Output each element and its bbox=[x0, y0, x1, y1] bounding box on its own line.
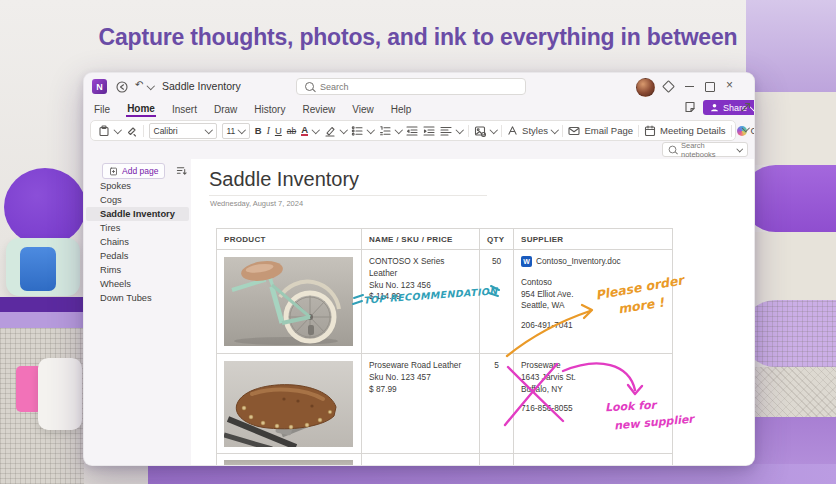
divider bbox=[501, 125, 502, 137]
menu-review[interactable]: Review bbox=[301, 102, 336, 117]
underline-button[interactable]: U bbox=[275, 125, 282, 136]
column-header-name-sku-price: NAME / SKU / PRICE bbox=[362, 229, 480, 250]
bike-photo bbox=[224, 257, 353, 346]
menu-help[interactable]: Help bbox=[390, 102, 413, 117]
format-painter-icon[interactable] bbox=[126, 125, 138, 137]
add-page-button[interactable]: Add page bbox=[102, 163, 165, 179]
minimize-button[interactable] bbox=[685, 86, 694, 87]
undo-icon[interactable]: ↶ bbox=[135, 79, 143, 90]
page-canvas[interactable]: Saddle Inventory Wednesday, August 7, 20… bbox=[191, 159, 754, 465]
menu-insert[interactable]: Insert bbox=[171, 102, 198, 117]
search-icon bbox=[669, 146, 677, 154]
notebook-search-input[interactable]: Search notebooks bbox=[662, 142, 748, 157]
numbered-list-icon[interactable] bbox=[379, 125, 391, 137]
styles-pen-icon bbox=[507, 125, 518, 136]
menu-history[interactable]: History bbox=[253, 102, 286, 117]
divider bbox=[638, 125, 639, 137]
envelope-icon bbox=[568, 125, 580, 137]
align-icon[interactable] bbox=[440, 125, 452, 137]
search-icon bbox=[305, 82, 314, 91]
divider bbox=[731, 125, 732, 137]
email-page-button[interactable]: Email Page bbox=[568, 125, 633, 137]
close-button[interactable]: × bbox=[726, 80, 733, 90]
meeting-details-button[interactable]: Meeting Details bbox=[644, 125, 725, 137]
decor-right-band-beige2 bbox=[746, 232, 836, 300]
maximize-button[interactable] bbox=[705, 82, 715, 92]
top-search-input[interactable]: Search bbox=[296, 78, 526, 95]
onenote-window: N ↶ Saddle Inventory Search × File Home … bbox=[83, 72, 755, 466]
supplier-cell: Proseware 1643 Jarvis St. Buffalo, NY 71… bbox=[514, 354, 672, 454]
send-share-icon[interactable] bbox=[740, 101, 752, 113]
sidebar-item-chains[interactable]: Chains bbox=[86, 235, 189, 249]
bullet-chevron-icon[interactable] bbox=[367, 126, 375, 134]
undo-chevron-icon[interactable] bbox=[147, 82, 155, 90]
font-color-button[interactable]: A bbox=[301, 125, 308, 136]
sidebar-item-wheels[interactable]: Wheels bbox=[86, 277, 189, 291]
column-header-product: PRODUCT bbox=[217, 229, 362, 250]
qty-cell: 5 bbox=[480, 354, 514, 454]
paste-icon[interactable] bbox=[98, 125, 110, 137]
menu-view[interactable]: View bbox=[351, 102, 375, 117]
divider bbox=[562, 125, 563, 137]
italic-button[interactable]: I bbox=[267, 126, 270, 136]
size-chevron-icon bbox=[238, 126, 246, 134]
strikethrough-button[interactable]: ab bbox=[287, 126, 296, 136]
attachment-chip[interactable]: W Contoso_Inventory.doc bbox=[521, 256, 665, 268]
align-chevron-icon[interactable] bbox=[456, 126, 464, 134]
menu-file[interactable]: File bbox=[93, 102, 111, 117]
sidebar-item-down-tubes[interactable]: Down Tubes bbox=[86, 291, 189, 305]
column-header-supplier: SUPPLIER bbox=[514, 229, 672, 250]
back-icon[interactable] bbox=[116, 81, 128, 93]
sidebar-item-rims[interactable]: Rims bbox=[86, 263, 189, 277]
product-image-cell bbox=[217, 354, 362, 454]
styles-chevron-icon bbox=[551, 126, 559, 134]
font-chevron-icon bbox=[205, 126, 213, 134]
word-doc-icon: W bbox=[521, 256, 532, 267]
onenote-app-icon: N bbox=[92, 79, 107, 94]
bold-button[interactable]: B bbox=[255, 125, 262, 136]
divider bbox=[143, 125, 144, 137]
picture-chevron-icon[interactable] bbox=[489, 126, 497, 134]
highlighter-chevron-icon[interactable] bbox=[339, 126, 347, 134]
page-date: Wednesday, August 7, 2024 bbox=[210, 199, 303, 208]
calendar-icon bbox=[644, 125, 656, 137]
search-placeholder: Search bbox=[320, 82, 349, 92]
sidebar-item-saddle-inventory[interactable]: Saddle Inventory bbox=[86, 207, 189, 221]
increase-indent-icon[interactable] bbox=[423, 125, 435, 137]
divider bbox=[468, 125, 469, 137]
sidebar-item-spokes[interactable]: Spokes bbox=[86, 179, 189, 193]
decor-left-bar-dark bbox=[0, 297, 84, 312]
person-icon bbox=[710, 103, 719, 112]
name-sku-price-cell bbox=[362, 454, 480, 465]
decrease-indent-icon[interactable] bbox=[406, 125, 418, 137]
sidebar-item-cogs[interactable]: Cogs bbox=[86, 193, 189, 207]
paste-chevron-icon[interactable] bbox=[114, 126, 122, 134]
sidebar-item-tires[interactable]: Tires bbox=[86, 221, 189, 235]
picture-icon[interactable] bbox=[474, 125, 486, 137]
sidebar-item-pedals[interactable]: Pedals bbox=[86, 249, 189, 263]
supplier-cell bbox=[514, 454, 672, 465]
supplier-phone: 716-856-8055 bbox=[521, 403, 665, 415]
sticky-note-icon[interactable] bbox=[684, 101, 696, 113]
decor-right-pill-purple bbox=[742, 165, 836, 232]
numbered-chevron-icon[interactable] bbox=[394, 126, 402, 134]
supplier-name: Contoso bbox=[521, 277, 665, 289]
decor-right-band-beige1 bbox=[746, 92, 836, 165]
bullet-list-icon[interactable] bbox=[351, 125, 363, 137]
page-title[interactable]: Saddle Inventory bbox=[209, 168, 359, 191]
avatar[interactable] bbox=[636, 78, 655, 97]
font-size-select[interactable]: 11 bbox=[222, 123, 250, 139]
highlighter-icon[interactable] bbox=[324, 125, 336, 137]
sort-pages-icon[interactable] bbox=[176, 165, 187, 176]
menu-bar: File Home Insert Draw History Review Vie… bbox=[93, 101, 412, 117]
name-sku-price-cell: Proseware Road Leather Sku No. 123 457 $… bbox=[362, 354, 480, 454]
diamond-icon[interactable] bbox=[662, 80, 675, 93]
font-color-chevron-icon[interactable] bbox=[312, 126, 320, 134]
styles-button[interactable]: Styles bbox=[507, 125, 557, 136]
font-name-select[interactable]: Calibri bbox=[149, 123, 217, 139]
menu-home[interactable]: Home bbox=[126, 101, 156, 117]
decor-left-bar-light bbox=[0, 312, 84, 328]
supplier-address2: Buffalo, NY bbox=[521, 384, 665, 396]
menu-draw[interactable]: Draw bbox=[213, 102, 238, 117]
decor-left-white-card bbox=[38, 358, 82, 430]
